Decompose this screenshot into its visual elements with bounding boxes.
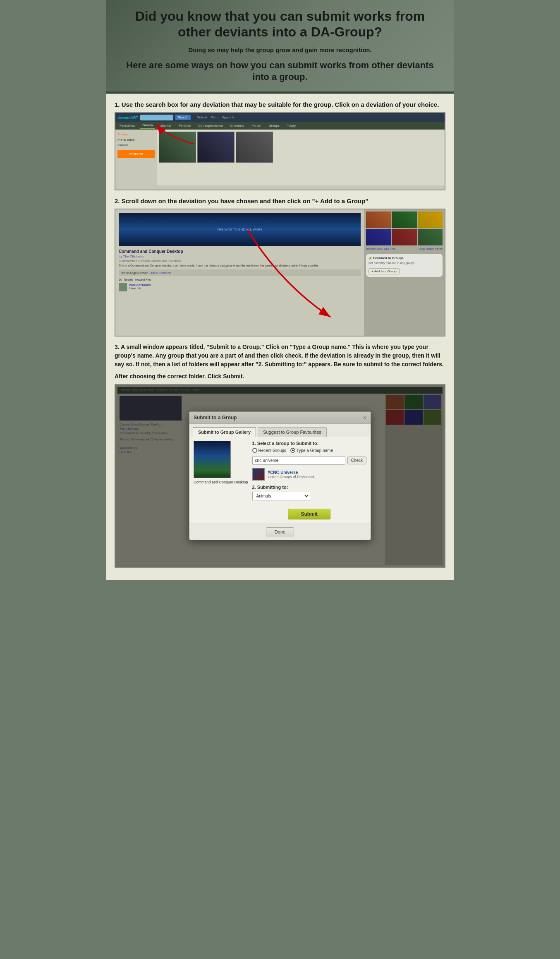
similar-thumb-6[interactable] [418, 229, 443, 245]
tab-submit-to-gallery[interactable]: Submit to Group Gallery [193, 427, 256, 437]
deviation-thumb-1[interactable] [159, 132, 196, 163]
submit-row: Submit [252, 509, 366, 519]
modal-close-button[interactable]: × [363, 414, 366, 421]
deviation-right-panel: Browse More Like This Stop Dailies Print… [364, 209, 445, 336]
sidebar-prints[interactable]: Prints Shop [117, 137, 155, 142]
add-to-group-button[interactable]: + Add to a Group [369, 268, 400, 274]
deviation-description: This is a Command and Conquer desktop th… [119, 264, 361, 267]
screenshot-2: THE WAR TO END ALL WARS Command and Conq… [115, 209, 445, 336]
da-viewer-name: Divine-Angel-Heroine [121, 272, 148, 274]
featured-text: Not currently featured in any groups. [369, 262, 440, 264]
nav-link[interactable]: Upgrade [222, 115, 235, 119]
deviation-title: Command and Conquer Desktop [119, 249, 361, 254]
search-input-bar[interactable] [140, 115, 173, 120]
radio-recent-label: Recent Groups [258, 448, 286, 453]
similar-thumb-4[interactable] [366, 229, 391, 245]
tab-groups[interactable]: Groups [266, 123, 281, 128]
group-icon [252, 468, 265, 481]
modal-body: Command and Conquer Desktop 1. Select a … [189, 437, 371, 524]
tab-channels[interactable]: Channels [228, 123, 246, 128]
image-text: THE WAR TO END ALL WARS [217, 227, 262, 231]
tab-portfolio[interactable]: Portfolio [177, 123, 193, 128]
radio-type-indicator [290, 448, 295, 453]
modal-overlay: Submit to a Group × Submit to Group Gall… [115, 385, 445, 567]
da-nav-links: Submit Shop Upgrade [197, 115, 234, 119]
comment-count[interactable]: 10 [119, 278, 122, 281]
header-description: Here are some ways on how you can submit… [119, 60, 441, 83]
tab-correspondence[interactable]: Correspondence [196, 123, 225, 128]
modal-header: Submit to a Group × [189, 412, 371, 424]
page-title: Did you know that you can submit works f… [119, 8, 441, 40]
radio-group-select: Recent Groups Type a Group name [252, 448, 366, 453]
search-button[interactable]: Search [175, 115, 191, 120]
da-logo: deviantART [117, 115, 138, 120]
step2-text: 2. Scroll down on the deviation you have… [115, 197, 445, 205]
deviation-author[interactable]: by The-Cilicinator [119, 255, 361, 258]
commenter-name[interactable]: WorldofTanks [129, 283, 151, 287]
group-info: #CNC-Universe United Groups of Deviantar… [268, 470, 315, 479]
da-topbar: deviantART Search Submit Shop Upgrade [115, 113, 445, 122]
modal-tabs: Submit to Group Gallery Suggest to Group… [189, 424, 371, 437]
deviation-thumb-3[interactable] [236, 132, 273, 163]
sidebar-browse[interactable]: Browse [117, 132, 155, 137]
folder-select[interactable]: Animals [252, 492, 310, 500]
add-comment-link[interactable]: Add a Comment [151, 272, 172, 274]
stop-dailies-link[interactable]: Stop Dailies Prints [419, 248, 443, 250]
browse-cta-button[interactable]: What's Hot [117, 150, 155, 158]
da-browse-screenshot: deviantART Search Submit Shop Upgrade Fa… [115, 113, 445, 190]
similar-thumb-5[interactable] [392, 229, 416, 245]
group-name[interactable]: #CNC-Universe [268, 470, 315, 475]
comments-bar: Divine-Angel-Heroine Add a Comment [119, 269, 361, 276]
group-name-input-row: cnc-universe Check [252, 456, 366, 465]
group-result-item: #CNC-Universe United Groups of Deviantar… [252, 468, 366, 481]
step3-text: 3. A small window appears titled, "Submi… [115, 343, 445, 369]
deviation-thumb-2[interactable] [197, 132, 235, 163]
submit-button[interactable]: Submit [288, 509, 330, 519]
similar-thumb-3[interactable] [418, 212, 443, 228]
nav-link[interactable]: Submit [197, 115, 207, 119]
radio-type-group-name[interactable]: Type a Group name [290, 448, 333, 453]
header-subtitle: Doing so may help the group grow and gai… [119, 46, 441, 53]
comment-item: WorldofTanks I love this. [119, 283, 361, 291]
header-section: Did you know that you can submit works f… [106, 0, 454, 93]
tab-suggest-to-favourites[interactable]: Suggest to Group Favourites [258, 427, 327, 437]
similar-thumb-2[interactable] [392, 212, 416, 228]
tab-forum[interactable]: Forum [249, 123, 263, 128]
content-area: 1. Use the search box for any deviation … [106, 94, 454, 580]
similar-thumb-1[interactable] [366, 212, 391, 228]
tab-gallery[interactable]: Gallery [140, 123, 155, 129]
check-button[interactable]: Check [347, 457, 366, 464]
submit-to-group-modal: Submit to a Group × Submit to Group Gall… [189, 411, 371, 540]
screenshot-3: Portfolio Correspondence Channels Forum … [115, 384, 445, 568]
deviation-main-image[interactable]: THE WAR TO END ALL WARS [119, 213, 361, 246]
modal-image-section: Command and Conquer Desktop [194, 441, 248, 519]
form-step1-label: 1. Select a Group to Submit to: [252, 441, 366, 446]
nav-link[interactable]: Shop [211, 115, 218, 119]
radio-recent-groups[interactable]: Recent Groups [252, 448, 286, 453]
browse-more-link[interactable]: Browse More Like This [366, 248, 395, 250]
screenshot-1: deviantART Search Submit Shop Upgrade Fa… [115, 112, 445, 190]
tab-journal[interactable]: Journal [158, 123, 173, 128]
cta-text: What's Hot [129, 152, 143, 155]
group-name-input[interactable]: cnc-universe [252, 456, 345, 465]
star-icon: ★ [369, 256, 372, 260]
sidebar-groups[interactable]: Groups [117, 142, 155, 148]
comment-controls: 10 Nested Newest First [119, 278, 361, 281]
radio-type-label: Type a Group name [297, 448, 333, 453]
sort-label[interactable]: Newest First [135, 278, 151, 281]
commenter-avatar [119, 283, 127, 291]
nested-label[interactable]: Nested [124, 278, 133, 281]
modal-title: Submit to a Group [194, 415, 237, 421]
modal-deviation-image [194, 441, 231, 478]
da-secondbar: Favourites Gallery Journal Portfolio Cor… [115, 122, 445, 130]
done-row: Done [189, 524, 371, 540]
tab-today[interactable]: Today [285, 123, 298, 128]
tab-favourites[interactable]: Favourites [117, 123, 137, 128]
da-main-content [157, 130, 445, 185]
done-button[interactable]: Done [266, 527, 294, 536]
modal-content-layout: Command and Conquer Desktop 1. Select a … [194, 441, 366, 519]
featured-in-groups-box: ★ Featured in Groups Not currently featu… [366, 254, 443, 277]
da-browse-area: Browse Prints Shop Groups What's Hot [115, 130, 445, 185]
deviation-left-panel: THE WAR TO END ALL WARS Command and Conq… [115, 209, 364, 336]
radio-recent-indicator [252, 448, 257, 453]
